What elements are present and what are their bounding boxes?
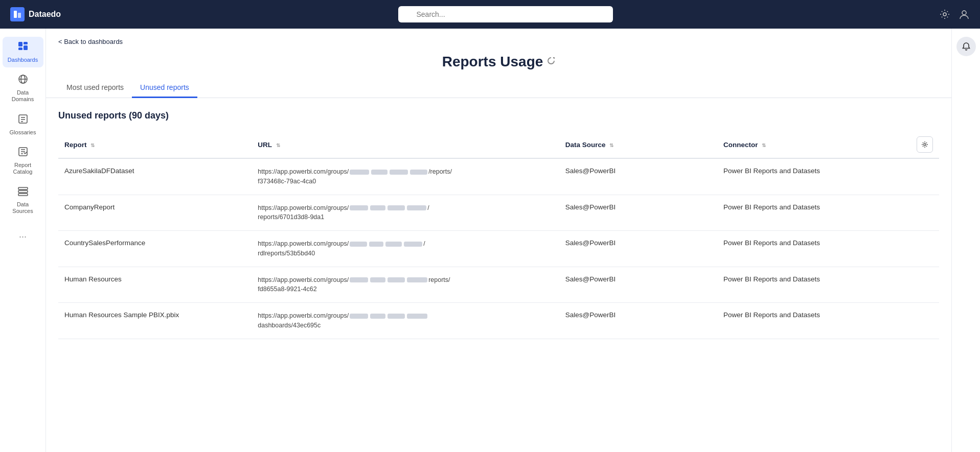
svg-rect-8	[24, 45, 28, 50]
sidebar-item-data-sources-label: Data Sources	[8, 201, 38, 215]
page-title: Reports Usage	[442, 54, 543, 70]
sidebar-item-data-domains[interactable]: Data Domains	[3, 69, 43, 107]
data-sources-icon	[17, 185, 29, 199]
cell-settings-2	[910, 195, 939, 231]
sidebar-item-dashboards[interactable]: Dashboards	[3, 37, 43, 67]
table-row: CountrySalesPerformance https://app.powe…	[58, 231, 939, 267]
cell-settings-1	[910, 158, 939, 195]
refresh-icon[interactable]	[547, 57, 555, 67]
sort-icon-report: ⇅	[90, 142, 95, 148]
logo: Dataedo	[10, 7, 72, 21]
user-icon[interactable]	[959, 9, 970, 20]
right-panel	[951, 29, 980, 452]
url-text-1: https://app.powerbi.com/groups/	[258, 168, 349, 175]
table-row: Human Resources Sample PBIX.pbix https:/…	[58, 303, 939, 339]
col-header-report[interactable]: Report ⇅	[58, 131, 252, 158]
cell-url-4: https://app.powerbi.com/groups/reports/f…	[252, 267, 559, 303]
url-redacted	[410, 170, 427, 175]
col-header-url[interactable]: URL ⇅	[252, 131, 559, 158]
svg-rect-9	[18, 47, 22, 50]
url-redacted	[388, 314, 405, 319]
table-settings-button[interactable]	[917, 136, 933, 153]
col-header-settings	[910, 131, 939, 158]
section-title: Unused reports (90 days)	[58, 110, 939, 121]
table-row: AzureSakilaDFDataset https://app.powerbi…	[58, 158, 939, 195]
main-content: < Back to dashboards Reports Usage Most …	[46, 29, 951, 452]
sidebar-more-button[interactable]: ...	[15, 225, 31, 244]
cell-settings-4	[910, 267, 939, 303]
tab-unused[interactable]: Unused reports	[132, 78, 197, 98]
url-redacted	[407, 205, 426, 210]
search-input[interactable]	[398, 6, 613, 22]
settings-icon[interactable]	[939, 9, 950, 20]
dashboards-icon	[17, 41, 29, 55]
url-redacted	[350, 277, 368, 282]
svg-rect-23	[18, 194, 28, 196]
cell-report-4: Human Resources	[58, 267, 252, 303]
sidebar-item-dashboards-label: Dashboards	[8, 57, 38, 63]
cell-connector-1: Power BI Reports and Datasets	[717, 158, 910, 195]
notification-button[interactable]	[956, 37, 976, 56]
url-redacted	[369, 242, 383, 247]
cell-url-2: https://app.powerbi.com/groups//reports/…	[252, 195, 559, 231]
url-redacted	[407, 277, 427, 282]
svg-rect-6	[18, 42, 22, 46]
col-header-data-source[interactable]: Data Source ⇅	[559, 131, 717, 158]
url-redacted	[385, 242, 402, 247]
url-redacted	[371, 170, 388, 175]
cell-settings-3	[910, 231, 939, 267]
logo-text: Dataedo	[29, 10, 61, 19]
table-header: Report ⇅ URL ⇅ Data Source ⇅	[58, 131, 939, 158]
sidebar: Dashboards Data Domains G	[0, 29, 46, 452]
back-link[interactable]: < Back to dashboards	[58, 38, 123, 45]
top-navigation: Dataedo	[0, 0, 980, 29]
sort-icon-datasource: ⇅	[609, 142, 613, 148]
url-redacted	[350, 205, 368, 210]
url-redacted	[370, 277, 385, 282]
table-body: AzureSakilaDFDataset https://app.powerbi…	[58, 158, 939, 339]
sidebar-item-report-catalog-label: Report Catalog	[8, 162, 38, 175]
cell-url-3: https://app.powerbi.com/groups//rdlrepor…	[252, 231, 559, 267]
cell-report-3: CountrySalesPerformance	[58, 231, 252, 267]
svg-rect-22	[18, 191, 28, 193]
cell-settings-5	[910, 303, 939, 339]
content-header: < Back to dashboards Reports Usage	[46, 29, 951, 78]
url-redacted	[370, 205, 385, 210]
topnav-actions	[939, 9, 970, 20]
table-row: CompanyReport https://app.powerbi.com/gr…	[58, 195, 939, 231]
report-catalog-icon	[17, 146, 29, 160]
tab-most-used[interactable]: Most used reports	[58, 78, 132, 98]
table-section: Unused reports (90 days) Report ⇅ URL ⇅	[46, 98, 951, 452]
sidebar-item-glossaries[interactable]: Glossaries	[3, 109, 43, 140]
url-redacted	[390, 170, 408, 175]
sort-icon-connector: ⇅	[762, 142, 766, 148]
sidebar-item-data-sources[interactable]: Data Sources	[3, 181, 43, 219]
sidebar-item-report-catalog[interactable]: Report Catalog	[3, 142, 43, 179]
data-domains-icon	[17, 74, 29, 87]
sort-icon-url: ⇅	[276, 142, 280, 148]
cell-datasource-4: Sales@PowerBI	[559, 267, 717, 303]
url-redacted	[350, 170, 369, 175]
cell-datasource-1: Sales@PowerBI	[559, 158, 717, 195]
cell-report-2: CompanyReport	[58, 195, 252, 231]
sidebar-item-glossaries-label: Glossaries	[10, 129, 36, 136]
url-redacted	[388, 277, 405, 282]
url-redacted	[350, 314, 368, 319]
cell-url-5: https://app.powerbi.com/groups/dashboard…	[252, 303, 559, 339]
cell-report-1: AzureSakilaDFDataset	[58, 158, 252, 195]
url-redacted	[407, 314, 427, 319]
glossaries-icon	[17, 113, 29, 127]
svg-rect-0	[14, 11, 17, 18]
url-redacted	[388, 205, 405, 210]
svg-point-4	[943, 13, 946, 16]
logo-icon	[10, 7, 25, 21]
search-area	[72, 6, 939, 22]
svg-rect-21	[18, 187, 28, 189]
cell-datasource-3: Sales@PowerBI	[559, 231, 717, 267]
cell-datasource-5: Sales@PowerBI	[559, 303, 717, 339]
cell-connector-2: Power BI Reports and Datasets	[717, 195, 910, 231]
svg-point-5	[962, 11, 966, 15]
cell-connector-4: Power BI Reports and Datasets	[717, 267, 910, 303]
table-container[interactable]: Report ⇅ URL ⇅ Data Source ⇅	[58, 131, 939, 452]
col-header-connector[interactable]: Connector ⇅	[717, 131, 910, 158]
